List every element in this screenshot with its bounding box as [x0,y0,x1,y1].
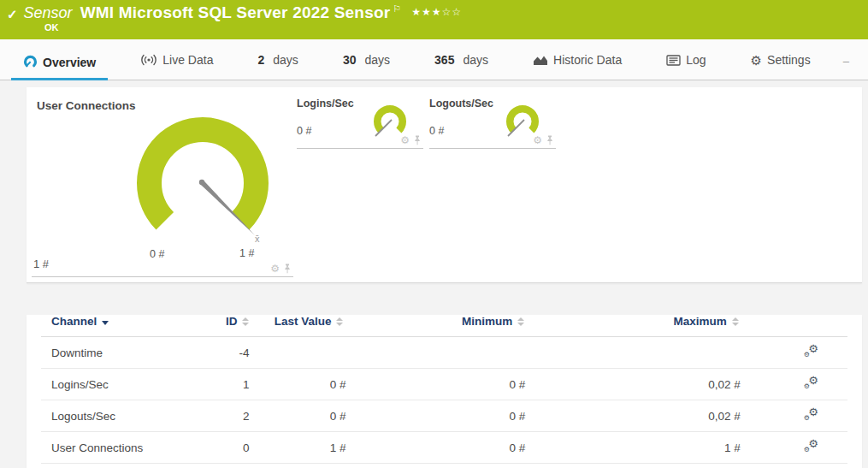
channel-minimum: 0 # [348,369,529,400]
gear-icon[interactable]: ⚙ [533,135,542,145]
channel-id: 2 [211,400,255,432]
tab-label: Settings [767,53,811,67]
tab-settings[interactable]: ⚙ Settings [739,53,823,80]
sort-desc-icon [102,321,109,325]
gauge-user-connections: User Connections 0 # 1 # x̄ 1 # ⚙ [32,94,293,277]
sort-icon [242,317,249,326]
tab-30-days[interactable]: 30 days [331,53,402,80]
gear-icon[interactable]: ⚙ [270,264,280,274]
column-header-maximum[interactable]: Maximum [529,315,744,337]
gauge-title: Logins/Sec [297,98,354,110]
gauge-dial [131,110,275,255]
table-row[interactable]: Downtime -4 ⚙⚙ [41,337,847,369]
pin-icon[interactable] [413,135,422,145]
status-badge: OK [44,22,59,33]
channel-maximum: 0,02 # [529,369,744,400]
pin-icon[interactable] [283,264,292,274]
channels-table: Channel ID Last Value Minimum Maximum Do… [41,315,847,464]
gauge-logouts-sec: Logouts/Sec 0 # ⚙ [429,94,556,149]
tab-label: Historic Data [553,53,622,67]
live-signal-icon [140,54,157,66]
tab-label: Overview [43,56,96,69]
channel-minimum: 0 # [348,400,529,432]
flag-icon[interactable]: ⚐ [393,3,401,15]
gauge-title: User Connections [37,99,136,112]
table-header-row: Channel ID Last Value Minimum Maximum [41,315,847,337]
tab-live-data[interactable]: Live Data [128,53,225,80]
channel-last-value: 0 # [254,400,348,432]
tab-number: 365 [434,53,454,67]
tab-365-days[interactable]: 365 days [422,53,500,80]
channels-panel: Channel ID Last Value Minimum Maximum Do… [27,315,862,468]
channel-id: -4 [211,337,255,369]
channel-id: 1 [211,369,255,400]
tab-overview[interactable]: Overview [11,55,108,80]
gauge-scale-max: 1 # [239,247,254,259]
gauges-panel: User Connections 0 # 1 # x̄ 1 # ⚙ Logins… [27,87,862,283]
channel-id: 0 [211,432,255,464]
tab-label: Log [686,53,706,67]
tab-number: 2 [257,53,264,67]
gauge-current-value: 1 # [33,258,49,270]
channel-name[interactable]: Logouts/Sec [41,400,211,432]
channel-name[interactable]: User Connections [41,432,211,464]
gear-icon[interactable]: ⚙ [400,135,410,145]
tab-log[interactable]: Log [654,53,717,80]
table-row[interactable]: Logouts/Sec 2 0 # 0 # 0,02 # ⚙⚙ [41,400,847,432]
sort-icon [732,317,739,326]
table-row[interactable]: User Connections 0 1 # 0 # 1 # ⚙⚙ [41,432,847,464]
channel-settings-icon[interactable]: ⚙⚙ [804,376,818,389]
channel-last-value: 0 # [254,369,348,400]
pin-icon[interactable] [546,135,554,145]
sort-icon [517,317,524,326]
channel-settings-icon[interactable]: ⚙⚙ [804,440,818,453]
area-chart-icon [533,54,548,66]
sort-icon [336,317,343,326]
channel-name[interactable]: Downtime [41,337,211,369]
gauge-current-value: 0 # [429,125,444,137]
tab-label: days [463,53,488,67]
stars-filled: ★★★ [411,6,441,18]
sensor-header: ✓ Sensor WMI Microsoft SQL Server 2022 S… [0,0,868,39]
stars-empty: ☆☆ [441,6,462,18]
gauge-logins-sec: Logins/Sec 0 # ⚙ [297,94,423,149]
column-header-actions [744,315,847,337]
channel-minimum: 0 # [348,432,529,464]
channel-maximum [529,337,744,369]
column-header-minimum[interactable]: Minimum [348,315,529,337]
column-header-channel[interactable]: Channel [41,315,211,337]
gauge-title: Logouts/Sec [429,98,493,110]
channel-last-value: 1 # [254,432,348,464]
tab-label: Live Data [162,53,213,67]
gauge-current-value: 0 # [297,125,311,137]
priority-stars[interactable]: ★★★☆☆ [411,6,462,18]
channel-name[interactable]: Logins/Sec [41,369,211,400]
tab-2-days[interactable]: 2 days [245,53,310,80]
channel-settings-icon[interactable]: ⚙⚙ [804,408,818,421]
channel-maximum: 0,02 # [529,400,744,432]
status-ok-check-icon: ✓ [7,7,18,22]
tab-label: days [273,53,298,67]
tab-bar: Overview Live Data 2 days 30 days 365 da… [0,39,868,80]
tab-label: days [364,53,390,67]
sensor-title: WMI Microsoft SQL Server 2022 Sensor [80,3,391,22]
tab-number: 30 [343,53,357,67]
object-type-label: Sensor [24,4,73,22]
gear-icon: ⚙ [751,54,762,67]
column-header-last-value[interactable]: Last Value [254,315,348,337]
channel-last-value [254,337,348,369]
gauge-average-marker: x̄ [255,234,260,244]
channel-maximum: 1 # [529,432,744,464]
log-list-icon [666,55,681,66]
channel-minimum [348,337,529,369]
gauge-icon [23,55,38,69]
gauge-scale-min: 0 # [150,248,164,260]
channel-settings-icon[interactable]: ⚙⚙ [804,345,818,358]
tab-overflow-divider: – [843,55,849,80]
column-header-id[interactable]: ID [211,315,255,337]
tab-historic-data[interactable]: Historic Data [521,53,634,80]
table-row[interactable]: Logins/Sec 1 0 # 0 # 0,02 # ⚙⚙ [41,369,847,400]
